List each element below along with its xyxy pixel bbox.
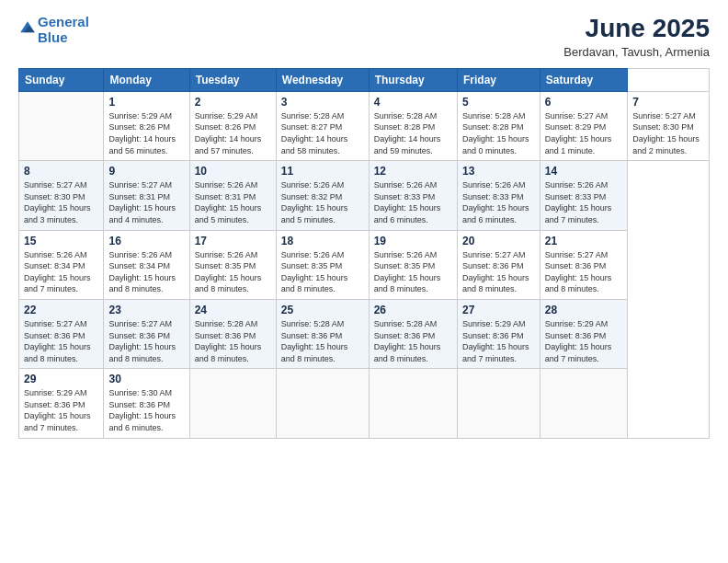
day-cell: 25Sunrise: 5:28 AMSunset: 8:36 PMDayligh… — [276, 299, 369, 368]
day-number: 21 — [545, 235, 622, 247]
day-number: 20 — [462, 235, 535, 247]
day-number: 26 — [374, 304, 452, 316]
day-cell: 22Sunrise: 5:27 AMSunset: 8:36 PMDayligh… — [19, 299, 104, 368]
day-info: Sunrise: 5:27 AMSunset: 8:31 PMDaylight:… — [108, 179, 184, 225]
logo-text-line1: General — [38, 15, 89, 30]
day-number: 29 — [24, 373, 98, 385]
day-info: Sunrise: 5:27 AMSunset: 8:36 PMDaylight:… — [545, 249, 622, 295]
day-number: 22 — [24, 304, 98, 316]
day-number: 6 — [545, 96, 622, 109]
day-cell: 19Sunrise: 5:26 AMSunset: 8:35 PMDayligh… — [369, 230, 457, 299]
day-cell: 3Sunrise: 5:28 AMSunset: 8:27 PMDaylight… — [276, 91, 369, 160]
day-info: Sunrise: 5:26 AMSunset: 8:34 PMDaylight:… — [24, 249, 98, 295]
day-header-friday: Friday — [457, 68, 540, 91]
day-info: Sunrise: 5:26 AMSunset: 8:35 PMDaylight:… — [195, 249, 271, 295]
day-cell: 26Sunrise: 5:28 AMSunset: 8:36 PMDayligh… — [369, 299, 457, 368]
day-number: 18 — [281, 235, 364, 247]
day-info: Sunrise: 5:29 AMSunset: 8:36 PMDaylight:… — [462, 318, 535, 364]
day-number: 24 — [195, 304, 271, 316]
day-cell — [189, 369, 276, 438]
day-number: 19 — [374, 235, 452, 247]
day-cell: 11Sunrise: 5:26 AMSunset: 8:32 PMDayligh… — [276, 161, 369, 230]
week-row-5: 29Sunrise: 5:29 AMSunset: 8:36 PMDayligh… — [19, 369, 710, 438]
day-cell: 17Sunrise: 5:26 AMSunset: 8:35 PMDayligh… — [189, 230, 276, 299]
day-cell: 21Sunrise: 5:27 AMSunset: 8:36 PMDayligh… — [540, 230, 627, 299]
day-info: Sunrise: 5:26 AMSunset: 8:35 PMDaylight:… — [374, 249, 452, 295]
day-cell: 2Sunrise: 5:29 AMSunset: 8:26 PMDaylight… — [189, 91, 276, 160]
week-row-2: 8Sunrise: 5:27 AMSunset: 8:30 PMDaylight… — [19, 161, 710, 230]
day-header-tuesday: Tuesday — [189, 68, 276, 91]
day-header-monday: Monday — [104, 68, 189, 91]
day-info: Sunrise: 5:28 AMSunset: 8:36 PMDaylight:… — [374, 318, 452, 364]
day-cell: 7Sunrise: 5:27 AMSunset: 8:30 PMDaylight… — [628, 91, 710, 160]
day-number: 28 — [545, 304, 622, 316]
day-info: Sunrise: 5:26 AMSunset: 8:35 PMDaylight:… — [281, 249, 364, 295]
day-number: 1 — [108, 96, 184, 109]
day-number: 3 — [281, 96, 364, 109]
day-info: Sunrise: 5:29 AMSunset: 8:36 PMDaylight:… — [24, 387, 98, 433]
day-info: Sunrise: 5:29 AMSunset: 8:26 PMDaylight:… — [108, 110, 184, 156]
day-number: 23 — [108, 304, 184, 316]
day-cell: 23Sunrise: 5:27 AMSunset: 8:36 PMDayligh… — [104, 299, 189, 368]
day-info: Sunrise: 5:29 AMSunset: 8:26 PMDaylight:… — [195, 110, 271, 156]
day-number: 5 — [462, 96, 535, 109]
day-number: 9 — [108, 165, 184, 178]
day-cell: 4Sunrise: 5:28 AMSunset: 8:28 PMDaylight… — [369, 91, 457, 160]
day-cell: 27Sunrise: 5:29 AMSunset: 8:36 PMDayligh… — [457, 299, 540, 368]
day-cell: 10Sunrise: 5:26 AMSunset: 8:31 PMDayligh… — [189, 161, 276, 230]
week-row-1: 1Sunrise: 5:29 AMSunset: 8:26 PMDaylight… — [19, 91, 710, 160]
day-number: 7 — [632, 96, 704, 109]
day-cell: 24Sunrise: 5:28 AMSunset: 8:36 PMDayligh… — [189, 299, 276, 368]
day-number: 17 — [195, 235, 271, 247]
day-info: Sunrise: 5:27 AMSunset: 8:30 PMDaylight:… — [632, 110, 704, 156]
day-info: Sunrise: 5:28 AMSunset: 8:28 PMDaylight:… — [374, 110, 452, 156]
day-info: Sunrise: 5:30 AMSunset: 8:36 PMDaylight:… — [108, 387, 184, 433]
day-cell: 1Sunrise: 5:29 AMSunset: 8:26 PMDaylight… — [104, 91, 189, 160]
calendar-header-row: SundayMondayTuesdayWednesdayThursdayFrid… — [19, 68, 710, 91]
day-cell: 29Sunrise: 5:29 AMSunset: 8:36 PMDayligh… — [19, 369, 104, 438]
day-header-sunday: Sunday — [19, 68, 104, 91]
week-row-4: 22Sunrise: 5:27 AMSunset: 8:36 PMDayligh… — [19, 299, 710, 368]
day-header-thursday: Thursday — [369, 68, 457, 91]
header: General Blue June 2025 Berdavan, Tavush,… — [18, 15, 710, 59]
day-info: Sunrise: 5:28 AMSunset: 8:36 PMDaylight:… — [195, 318, 271, 364]
day-header-saturday: Saturday — [540, 68, 627, 91]
location: Berdavan, Tavush, Armenia — [563, 45, 710, 59]
day-cell: 8Sunrise: 5:27 AMSunset: 8:30 PMDaylight… — [19, 161, 104, 230]
day-info: Sunrise: 5:27 AMSunset: 8:29 PMDaylight:… — [545, 110, 622, 156]
day-number: 8 — [24, 165, 98, 178]
day-number: 27 — [462, 304, 535, 316]
day-number: 11 — [281, 165, 364, 178]
day-cell: 15Sunrise: 5:26 AMSunset: 8:34 PMDayligh… — [19, 230, 104, 299]
day-number: 4 — [374, 96, 452, 109]
day-number: 16 — [108, 235, 184, 247]
day-cell: 20Sunrise: 5:27 AMSunset: 8:36 PMDayligh… — [457, 230, 540, 299]
month-year: June 2025 — [563, 15, 710, 43]
day-cell: 5Sunrise: 5:28 AMSunset: 8:28 PMDaylight… — [457, 91, 540, 160]
day-info: Sunrise: 5:26 AMSunset: 8:34 PMDaylight:… — [108, 249, 184, 295]
day-number: 30 — [108, 373, 184, 385]
day-number: 10 — [195, 165, 271, 178]
logo: General Blue — [18, 15, 89, 45]
day-cell: 6Sunrise: 5:27 AMSunset: 8:29 PMDaylight… — [540, 91, 627, 160]
day-cell — [457, 369, 540, 438]
day-info: Sunrise: 5:28 AMSunset: 8:28 PMDaylight:… — [462, 110, 535, 156]
day-number: 15 — [24, 235, 98, 247]
day-cell — [540, 369, 627, 438]
day-cell: 18Sunrise: 5:26 AMSunset: 8:35 PMDayligh… — [276, 230, 369, 299]
day-cell — [369, 369, 457, 438]
title-block: June 2025 Berdavan, Tavush, Armenia — [563, 15, 710, 59]
day-number: 14 — [545, 165, 622, 178]
day-info: Sunrise: 5:27 AMSunset: 8:36 PMDaylight:… — [462, 249, 535, 295]
day-info: Sunrise: 5:26 AMSunset: 8:33 PMDaylight:… — [462, 179, 535, 225]
day-info: Sunrise: 5:26 AMSunset: 8:33 PMDaylight:… — [545, 179, 622, 225]
week-row-3: 15Sunrise: 5:26 AMSunset: 8:34 PMDayligh… — [19, 230, 710, 299]
day-info: Sunrise: 5:28 AMSunset: 8:27 PMDaylight:… — [281, 110, 364, 156]
day-info: Sunrise: 5:26 AMSunset: 8:31 PMDaylight:… — [195, 179, 271, 225]
day-cell: 16Sunrise: 5:26 AMSunset: 8:34 PMDayligh… — [104, 230, 189, 299]
day-info: Sunrise: 5:27 AMSunset: 8:30 PMDaylight:… — [24, 179, 98, 225]
day-info: Sunrise: 5:26 AMSunset: 8:32 PMDaylight:… — [281, 179, 364, 225]
day-info: Sunrise: 5:27 AMSunset: 8:36 PMDaylight:… — [24, 318, 98, 364]
day-number: 25 — [281, 304, 364, 316]
day-cell: 14Sunrise: 5:26 AMSunset: 8:33 PMDayligh… — [540, 161, 627, 230]
